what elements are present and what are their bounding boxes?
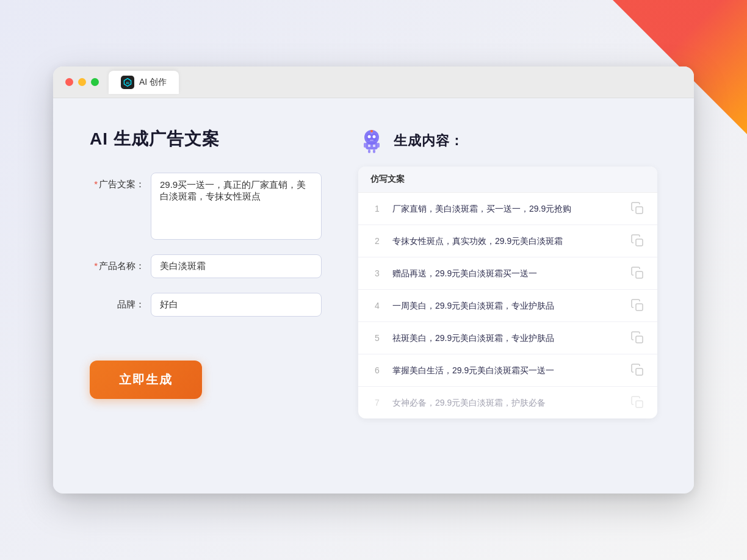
svg-rect-11	[373, 145, 375, 147]
svg-point-4	[368, 135, 371, 138]
results-table: 仿写文案 1 厂家直销，美白淡斑霜，买一送一，29.9元抢购 2 专抹女性斑点，…	[358, 167, 657, 418]
svg-rect-15	[373, 149, 375, 153]
row-content: 厂家直销，美白淡斑霜，买一送一，29.9元抢购	[392, 203, 622, 215]
copy-icon[interactable]	[630, 298, 645, 313]
browser-titlebar: AI AI 创作	[53, 66, 694, 98]
svg-rect-12	[364, 143, 366, 148]
svg-rect-21	[636, 368, 643, 375]
table-row: 1 厂家直销，美白淡斑霜，买一送一，29.9元抢购	[358, 193, 657, 225]
table-row: 7 女神必备，29.9元美白淡斑霜，护肤必备	[358, 387, 657, 418]
copy-icon[interactable]	[630, 266, 645, 281]
result-rows-container: 1 厂家直销，美白淡斑霜，买一送一，29.9元抢购 2 专抹女性斑点，真实功效，…	[358, 193, 657, 418]
svg-point-5	[373, 135, 376, 138]
row-content: 赠品再送，29.9元美白淡斑霜买一送一	[392, 267, 622, 280]
row-content: 专抹女性斑点，真实功效，29.9元美白淡斑霜	[392, 235, 622, 248]
svg-rect-10	[368, 145, 370, 147]
row-content: 掌握美白生活，29.9元美白淡斑霜买一送一	[392, 364, 622, 377]
ad-copy-row: *广告文案： 29.9买一送一，真正的厂家直销，美白淡斑霜，专抹女性斑点	[90, 173, 322, 240]
svg-rect-17	[636, 239, 643, 246]
brand-row: 品牌：	[90, 293, 322, 317]
page-title: AI 生成广告文案	[90, 127, 322, 151]
table-row: 6 掌握美白生活，29.9元美白淡斑霜买一送一	[358, 354, 657, 387]
product-name-label: *产品名称：	[90, 254, 145, 272]
svg-rect-13	[377, 143, 380, 148]
traffic-lights	[65, 78, 99, 86]
row-number: 3	[370, 268, 384, 278]
svg-rect-6	[370, 140, 374, 141]
table-row: 4 一周美白，29.9元美白淡斑霜，专业护肤品	[358, 290, 657, 322]
right-panel: 生成内容： 仿写文案 1 厂家直销，美白淡斑霜，买一送一，29.9元抢购 2 专…	[358, 127, 657, 459]
row-number: 5	[370, 333, 384, 343]
brand-input[interactable]	[151, 293, 322, 317]
maximize-button[interactable]	[91, 78, 99, 86]
product-required-star: *	[94, 260, 98, 271]
left-panel: AI 生成广告文案 *广告文案： 29.9买一送一，真正的厂家直销，美白淡斑霜，…	[90, 127, 322, 459]
svg-rect-18	[636, 271, 643, 278]
copy-icon[interactable]	[630, 331, 645, 345]
product-name-row: *产品名称：	[90, 254, 322, 278]
robot-icon	[358, 127, 385, 154]
row-number: 7	[370, 398, 384, 407]
svg-rect-19	[636, 304, 643, 311]
row-content: 一周美白，29.9元美白淡斑霜，专业护肤品	[392, 300, 622, 312]
browser-tab[interactable]: AI AI 创作	[109, 71, 179, 94]
row-number: 2	[370, 236, 384, 246]
copy-icon[interactable]	[630, 234, 645, 248]
ai-tab-icon: AI	[121, 76, 134, 89]
row-number: 4	[370, 301, 384, 311]
browser-window: AI AI 创作 AI 生成广告文案 *广告文案： 29.9买一送一，真正的厂家…	[53, 66, 694, 494]
copy-icon[interactable]	[630, 201, 645, 216]
copy-icon[interactable]	[630, 363, 645, 378]
row-number: 6	[370, 365, 384, 375]
svg-rect-9	[366, 142, 378, 149]
tab-label: AI 创作	[139, 77, 167, 88]
svg-rect-22	[636, 401, 643, 407]
table-row: 3 赠品再送，29.9元美白淡斑霜买一送一	[358, 257, 657, 290]
brand-label: 品牌：	[90, 293, 145, 311]
copy-icon[interactable]	[630, 395, 645, 410]
product-name-input[interactable]	[151, 254, 322, 278]
svg-rect-16	[636, 207, 643, 214]
ad-copy-required-star: *	[94, 179, 98, 189]
table-row: 2 专抹女性斑点，真实功效，29.9元美白淡斑霜	[358, 225, 657, 257]
generate-button[interactable]: 立即生成	[90, 361, 202, 399]
row-content: 祛斑美白，29.9元美白淡斑霜，专业护肤品	[392, 332, 622, 345]
svg-rect-20	[636, 336, 643, 343]
results-table-header: 仿写文案	[358, 167, 657, 193]
ad-copy-label: *广告文案：	[90, 173, 145, 190]
svg-point-8	[370, 130, 373, 132]
ad-copy-textarea[interactable]: 29.9买一送一，真正的厂家直销，美白淡斑霜，专抹女性斑点	[151, 173, 322, 240]
row-number: 1	[370, 204, 384, 214]
result-title: 生成内容：	[394, 132, 464, 150]
result-header: 生成内容：	[358, 127, 657, 154]
close-button[interactable]	[65, 78, 73, 86]
browser-content: AI 生成广告文案 *广告文案： 29.9买一送一，真正的厂家直销，美白淡斑霜，…	[53, 98, 694, 489]
svg-rect-14	[368, 149, 370, 153]
svg-text:AI: AI	[126, 81, 129, 84]
table-row: 5 祛斑美白，29.9元美白淡斑霜，专业护肤品	[358, 322, 657, 354]
minimize-button[interactable]	[78, 78, 86, 86]
row-content: 女神必备，29.9元美白淡斑霜，护肤必备	[392, 397, 622, 409]
